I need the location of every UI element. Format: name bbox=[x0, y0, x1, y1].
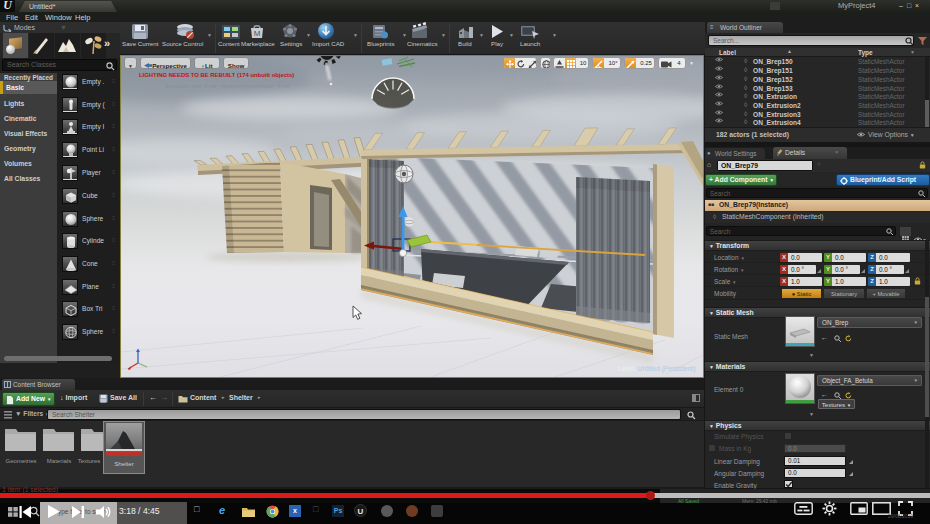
svg-text:M: M bbox=[254, 29, 261, 38]
